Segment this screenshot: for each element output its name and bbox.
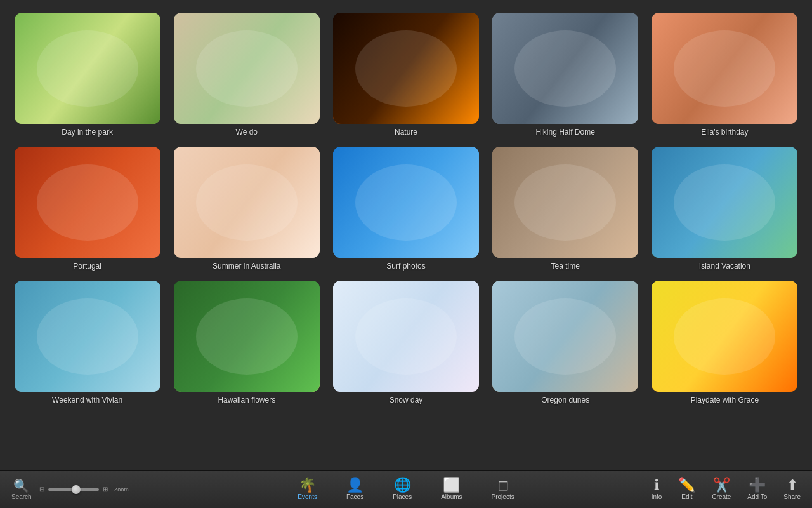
create-button[interactable]: ✂️ Create [707,476,736,503]
photo-thumb-14 [492,281,638,392]
search-icon: 🔍 [13,478,29,493]
edit-icon: ✏️ [678,478,695,492]
photo-label-15: Playdate with Grace [691,396,759,404]
photo-thumb-12 [174,281,320,392]
toolbar-center: 🌴 Events 👤 Faces 🌐 Places ⬜ Albums ◻ Pro… [292,476,519,503]
photo-thumb-1 [15,13,160,124]
photo-item-13[interactable]: Snow day [331,281,480,404]
photo-item-3[interactable]: Nature [331,13,480,137]
photo-thumb-3 [333,13,479,124]
photo-grid: Day in the parkWe doNatureHiking Half Do… [6,13,806,404]
places-tab[interactable]: 🌐 Places [388,476,417,503]
zoom-control: ⊟ ⊞ Zoom [39,486,129,493]
zoom-value-label: Zoom [114,486,129,493]
places-label: Places [393,493,412,500]
photo-thumb-6 [15,147,160,258]
photo-label-6: Portugal [73,262,102,271]
photo-item-10[interactable]: Island Vacation [650,147,799,271]
photo-label-10: Island Vacation [699,262,750,271]
add-to-label: Add To [747,493,767,500]
photo-label-8: Surf photos [386,262,425,271]
add-to-button[interactable]: ➕ Add To [742,476,772,503]
photo-thumb-15 [652,281,797,392]
photo-item-11[interactable]: Weekend with Vivian [13,281,162,404]
photo-thumb-11 [15,281,160,392]
photo-label-5: Ella's birthday [701,128,748,137]
info-button[interactable]: ℹ Info [646,476,667,503]
zoom-plus-icon: ⊞ [103,486,108,493]
photo-thumb-7 [174,147,320,258]
photo-label-7: Summer in Australia [213,262,280,271]
photo-item-14[interactable]: Oregon dunes [491,281,640,404]
photo-item-12[interactable]: Hawaiian flowers [172,281,321,404]
photo-item-7[interactable]: Summer in Australia [172,147,321,271]
add-to-icon: ➕ [749,478,766,492]
photo-label-13: Snow day [390,396,423,404]
zoom-slider[interactable] [48,488,99,491]
photo-label-3: Nature [395,128,417,137]
albums-tab[interactable]: ⬜ Albums [436,476,467,503]
search-label: Search [11,493,32,500]
places-icon: 🌐 [394,478,411,492]
share-button[interactable]: ⬆ Share [778,476,806,503]
faces-tab[interactable]: 👤 Faces [341,476,369,503]
photo-item-15[interactable]: Playdate with Grace [650,281,799,404]
photo-thumb-9 [492,147,638,258]
photo-item-5[interactable]: Ella's birthday [650,13,799,137]
toolbar-left: 🔍 Search ⊟ ⊞ Zoom [6,476,133,503]
edit-button[interactable]: ✏️ Edit [673,476,700,503]
photo-label-2: We do [236,128,258,137]
toolbar: 🔍 Search ⊟ ⊞ Zoom 🌴 Events 👤 Faces 🌐 Pla… [0,470,812,508]
photo-label-9: Tea time [551,262,580,271]
search-button[interactable]: 🔍 Search [6,476,37,503]
photo-label-4: Hiking Half Dome [536,128,595,137]
photo-label-11: Weekend with Vivian [52,396,122,404]
share-label: Share [783,493,801,500]
toolbar-right: ℹ Info ✏️ Edit ✂️ Create ➕ Add To ⬆ Shar… [646,476,806,503]
info-label: Info [652,493,662,500]
photo-item-2[interactable]: We do [172,13,321,137]
albums-label: Albums [441,493,462,500]
photo-item-8[interactable]: Surf photos [331,147,480,271]
events-label: Events [298,493,317,500]
photo-thumb-13 [333,281,479,392]
photo-label-12: Hawaiian flowers [218,396,275,404]
projects-tab[interactable]: ◻ Projects [487,476,520,503]
faces-icon: 👤 [346,478,363,492]
projects-icon: ◻ [497,478,509,492]
create-label: Create [712,493,731,500]
photo-thumb-4 [492,13,638,124]
photo-thumb-10 [652,147,797,258]
photo-thumb-5 [652,13,797,124]
photo-thumb-2 [174,13,320,124]
photo-label-1: Day in the park [62,128,113,137]
projects-label: Projects [492,493,514,500]
main-content: Day in the parkWe doNatureHiking Half Do… [0,0,812,470]
info-icon: ℹ [654,478,659,492]
photo-label-14: Oregon dunes [541,396,589,404]
albums-icon: ⬜ [443,478,460,492]
photo-item-9[interactable]: Tea time [491,147,640,271]
faces-label: Faces [346,493,363,500]
create-icon: ✂️ [713,478,730,492]
zoom-thumb[interactable] [72,485,81,494]
edit-label: Edit [681,493,692,500]
photo-item-4[interactable]: Hiking Half Dome [491,13,640,137]
events-tab[interactable]: 🌴 Events [292,476,322,503]
zoom-label: ⊟ [39,486,44,493]
photo-item-1[interactable]: Day in the park [13,13,162,137]
share-icon: ⬆ [787,478,798,492]
photo-item-6[interactable]: Portugal [13,147,162,271]
photo-thumb-8 [333,147,479,258]
events-icon: 🌴 [299,478,316,492]
